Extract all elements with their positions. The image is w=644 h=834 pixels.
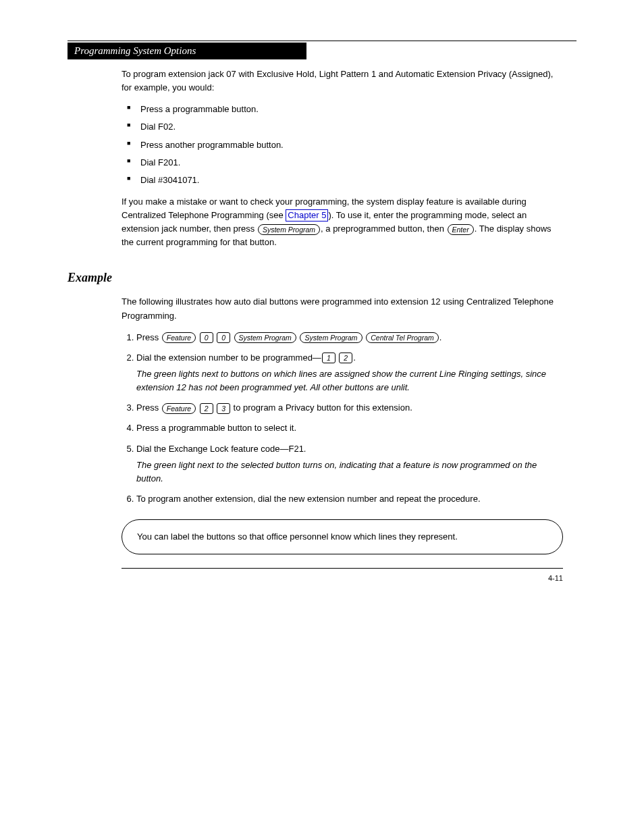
feature-key: Feature [162, 403, 196, 414]
text-run: Press [136, 402, 161, 413]
system-program-key: System Program [234, 332, 296, 343]
display-feature-paragraph: If you make a mistake or want to check y… [122, 195, 563, 250]
text-run: Press [136, 332, 161, 342]
digit-key-1: 1 [322, 353, 336, 363]
callout: You can label the buttons so that office… [122, 519, 563, 554]
step-item: To program another extension, dial the n… [136, 492, 563, 506]
digit-key-3: 3 [217, 403, 230, 414]
text-run: . [439, 332, 442, 342]
list-item: Press a programmable button. [122, 103, 563, 116]
body: To program extension jack 07 with Exclus… [122, 68, 563, 584]
steps-list: Press Feature 0 0 System Program System … [122, 331, 563, 506]
example-heading: Example [68, 269, 563, 288]
intro-paragraph: To program extension jack 07 with Exclus… [122, 68, 563, 95]
digit-key-0: 0 [200, 332, 213, 343]
step-item: Dial the extension number to be programm… [136, 351, 563, 394]
text-run: to program a Privacy button for this ext… [231, 402, 412, 413]
callout-wrap: You can label the buttons so that office… [122, 519, 563, 554]
text-run: . [353, 353, 356, 363]
page: Programming System Options To program ex… [0, 0, 644, 611]
text-run: Dial the extension number to be programm… [136, 353, 321, 363]
header-title: Programming System Options [68, 43, 306, 59]
chapter-link[interactable]: Chapter 5 [286, 209, 328, 221]
digit-key-0: 0 [217, 332, 230, 343]
system-program-key: System Program [300, 332, 362, 343]
step-item: Dial the Exchange Lock feature code—F21.… [136, 442, 563, 486]
enter-key: Enter [448, 224, 474, 235]
system-program-key: System Program [258, 224, 320, 235]
step-item: Press a programmable button to select it… [136, 421, 563, 435]
text-run: , a preprogrammed button, then [321, 224, 446, 234]
bullet-list: Press a programmable button. Dial F02. P… [122, 103, 563, 187]
step-item: Press Feature 0 0 System Program System … [136, 331, 563, 344]
list-item: Press another programmable button. [122, 138, 563, 152]
list-item: Dial F201. [122, 156, 563, 170]
step-note: The green light next to the selected but… [136, 459, 563, 486]
example-intro: The following illustrates how auto dial … [122, 295, 563, 322]
page-number: 4-11 [122, 573, 563, 584]
header-rule [68, 41, 576, 41]
step-note: The green lights next to buttons on whic… [136, 367, 563, 394]
feature-key: Feature [162, 332, 196, 343]
text-run: Dial the Exchange Lock feature code—F21. [136, 444, 306, 454]
list-item: Dial F02. [122, 120, 563, 134]
list-item: Dial #3041071. [122, 174, 563, 187]
digit-key-2: 2 [200, 403, 213, 414]
footer-rule [122, 568, 563, 569]
digit-key-2: 2 [339, 353, 352, 363]
central-tel-program-key: Central Tel Program [366, 332, 439, 343]
step-item: Press Feature 2 3 to program a Privacy b… [136, 401, 563, 415]
